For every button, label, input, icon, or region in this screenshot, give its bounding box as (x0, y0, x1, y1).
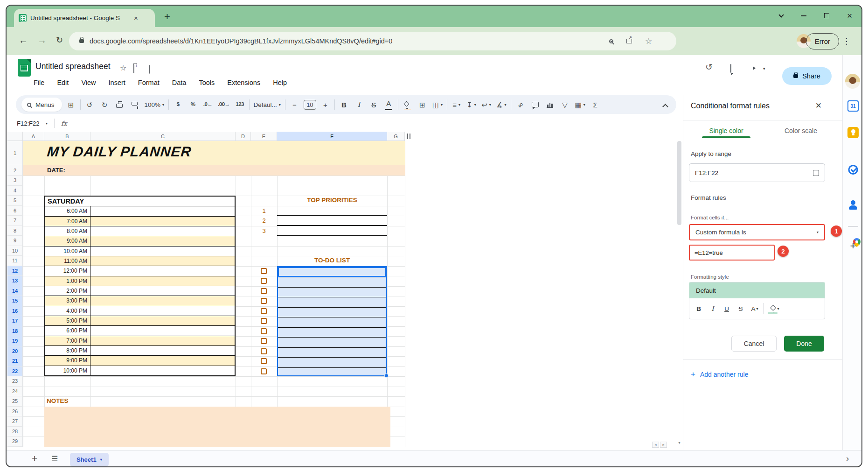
style-text-color-icon[interactable]: A▾ (749, 303, 760, 315)
column-header-d[interactable]: D (236, 132, 251, 141)
row-header-7[interactable]: 7 (7, 216, 23, 226)
decrease-decimal-icon[interactable]: .0← (202, 98, 214, 111)
sheet-tab[interactable]: Sheet1 ▾ (70, 453, 109, 466)
sheet-view-icon[interactable]: ⊞ (65, 98, 77, 111)
schedule-row[interactable]: 1:00 PM (45, 276, 235, 286)
todo-checkbox[interactable] (261, 268, 267, 274)
todo-checkbox[interactable] (261, 298, 267, 304)
get-addons-icon[interactable]: + (850, 240, 856, 252)
date-row[interactable]: DATE: (23, 165, 405, 176)
row-header-24[interactable]: 24 (7, 387, 23, 397)
row-header-20[interactable]: 20 (7, 346, 23, 357)
todo-checkbox[interactable] (261, 348, 267, 354)
selected-range-f12-f22[interactable] (277, 266, 387, 377)
active-cell-f12[interactable] (278, 267, 386, 277)
column-header-g[interactable]: G (387, 132, 405, 141)
row-header-26[interactable]: 26 (7, 407, 23, 417)
minimize-icon[interactable] (801, 15, 806, 16)
todo-checkbox[interactable] (261, 288, 267, 294)
browser-tab[interactable]: Untitled spreadsheet - Google S × (14, 9, 155, 27)
vertical-align-icon[interactable]: ↧▾ (465, 98, 477, 111)
column-resize-marker[interactable] (407, 134, 410, 139)
column-header-b[interactable]: B (44, 132, 90, 141)
scroll-down-icon[interactable]: ▾ (676, 440, 683, 446)
bookmark-star-icon[interactable]: ☆ (645, 36, 652, 46)
contacts-icon[interactable] (847, 199, 859, 211)
merge-cells-icon[interactable]: ◫▾ (431, 98, 444, 111)
menu-file[interactable]: File (34, 79, 44, 86)
schedule-entry-cell[interactable] (90, 226, 235, 236)
new-tab-button[interactable]: + (164, 11, 170, 23)
tab-color-scale[interactable]: Color scale (777, 127, 825, 134)
toolbar-search[interactable]: Menus (21, 98, 62, 112)
row-header-1[interactable]: 1 (7, 141, 23, 165)
column-header-e[interactable]: E (251, 132, 277, 141)
meet-caret-icon[interactable]: ▾ (763, 66, 765, 71)
row-header-8[interactable]: 8 (7, 226, 23, 236)
reload-icon[interactable]: ↻ (56, 35, 63, 45)
format-percent-icon[interactable]: % (187, 98, 199, 111)
keep-icon[interactable] (847, 127, 859, 138)
insert-chart-icon[interactable] (544, 98, 556, 111)
menu-tools[interactable]: Tools (199, 79, 215, 86)
row-header-4[interactable]: 4 (7, 186, 23, 196)
forward-icon[interactable]: → (37, 35, 47, 46)
schedule-row[interactable]: 7:00 PM (45, 336, 235, 345)
scroll-right-icon[interactable]: ▸ (660, 442, 667, 448)
schedule-row[interactable]: 9:00 PM (45, 355, 235, 365)
schedule-row[interactable]: 4:00 PM (45, 306, 235, 316)
row-header-13[interactable]: 13 (7, 276, 23, 286)
row-header-3[interactable]: 3 (7, 176, 23, 186)
todo-checkbox[interactable] (261, 278, 267, 284)
schedule-entry-cell[interactable] (90, 217, 235, 226)
schedule-entry-cell[interactable] (90, 286, 235, 296)
priority-line[interactable] (277, 215, 387, 216)
row-header-15[interactable]: 15 (7, 296, 23, 306)
more-formats-icon[interactable]: 123 (234, 98, 246, 111)
tab-single-color[interactable]: Single color (702, 127, 750, 134)
scroll-left-icon[interactable]: ◂ (652, 442, 659, 448)
filter-views-icon[interactable]: ▦▾ (574, 98, 586, 111)
schedule-row[interactable]: 10:00 PM (45, 366, 235, 375)
maximize-icon[interactable] (824, 13, 829, 18)
schedule-entry-cell[interactable] (90, 206, 235, 216)
increase-font-size-icon[interactable]: + (319, 98, 331, 111)
horizontal-align-icon[interactable]: ≡▾ (451, 98, 462, 111)
font-select[interactable]: Defaul...▾ (253, 98, 282, 111)
priority-line[interactable] (277, 225, 387, 226)
style-strikethrough-icon[interactable]: S (735, 303, 746, 315)
fill-color-icon[interactable] (402, 98, 413, 111)
schedule-entry-cell[interactable] (90, 336, 235, 345)
add-another-rule-button[interactable]: + Add another rule (691, 370, 748, 379)
todo-checkbox[interactable] (261, 338, 267, 344)
cancel-button[interactable]: Cancel (731, 336, 777, 352)
format-currency-icon[interactable]: $ (172, 98, 184, 111)
todo-checkbox[interactable] (261, 318, 267, 324)
style-fill-color-icon[interactable]: ▾ (766, 303, 784, 315)
row-header-2[interactable]: 2 (7, 165, 23, 176)
schedule-entry-cell[interactable] (90, 346, 235, 355)
fill-handle[interactable] (384, 373, 389, 378)
row-header-6[interactable]: 6 (7, 206, 23, 216)
schedule-entry-cell[interactable] (90, 306, 235, 316)
spreadsheet-grid[interactable]: ABCDEFG 12345678910111213141516171819202… (7, 132, 683, 447)
column-header-a[interactable]: A (23, 132, 44, 141)
row-header-10[interactable]: 10 (7, 246, 23, 256)
url-field[interactable]: docs.google.com/spreadsheets/d/1Kn1EEIyo… (69, 32, 676, 50)
schedule-entry-cell[interactable] (90, 296, 235, 305)
row-header-19[interactable]: 19 (7, 336, 23, 346)
row-header-22[interactable]: 22 (7, 366, 23, 377)
menu-insert[interactable]: Insert (109, 79, 125, 86)
text-wrap-icon[interactable]: ↩▾ (480, 98, 492, 111)
text-rotation-icon[interactable]: ∡▾ (495, 98, 507, 111)
menu-edit[interactable]: Edit (57, 79, 69, 86)
schedule-entry-cell[interactable] (90, 276, 235, 286)
create-filter-icon[interactable]: ▽ (559, 98, 571, 111)
borders-icon[interactable]: ⊞ (417, 98, 428, 111)
window-close-icon[interactable]: × (847, 11, 852, 20)
schedule-row[interactable]: 6:00 PM (45, 325, 235, 335)
schedule-row[interactable]: 10:00 AM (45, 246, 235, 256)
schedule-entry-cell[interactable] (90, 247, 235, 256)
italic-icon[interactable]: I (353, 98, 365, 111)
condition-select[interactable]: Custom formula is ▾ (689, 224, 825, 240)
